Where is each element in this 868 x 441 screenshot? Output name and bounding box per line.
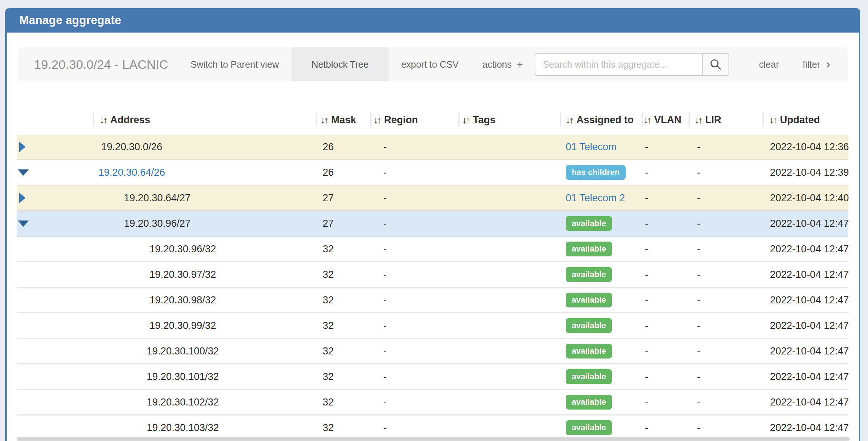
mask-cell: 32: [323, 237, 334, 261]
assigned-cell: available: [566, 364, 612, 389]
column-header-address[interactable]: ↓↑Address: [100, 110, 150, 129]
lir-cell: -: [697, 288, 700, 312]
assigned-cell: available: [566, 211, 612, 236]
column-header-mask[interactable]: ↓↑Mask: [320, 110, 356, 129]
switch-parent-view-button[interactable]: Switch to Parent view: [179, 59, 291, 70]
assigned-link[interactable]: 01 Telecom: [566, 141, 617, 153]
address-text: 19.20.30.64/27: [124, 192, 191, 204]
netblock-table: ↓↑Address↓↑Mask↓↑Region↓↑Tags↓↑Assigned …: [17, 110, 848, 441]
updated-cell: 2022-10-04 12:39: [770, 160, 849, 185]
address-cell: 19.20.30.96/32: [41, 237, 222, 261]
region-cell: -: [383, 211, 387, 236]
updated-cell: 2022-10-04 12:47: [770, 237, 849, 261]
table-row: 19.20.30.98/3232---2022-10-04 12:47avail…: [17, 288, 848, 313]
search-button[interactable]: [702, 53, 729, 76]
tab-netblock-tree[interactable]: Netblock Tree: [291, 47, 389, 81]
header-separator: [370, 112, 371, 127]
lir-cell: -: [697, 339, 700, 363]
column-label: Updated: [780, 114, 820, 126]
address-text: 19.20.30.96/32: [149, 243, 216, 255]
region-cell: -: [383, 160, 387, 185]
filter-button[interactable]: filter›: [791, 58, 842, 71]
column-header-vlan[interactable]: ↓↑VLAN: [643, 110, 682, 129]
column-header-updated[interactable]: ↓↑Updated: [769, 110, 820, 129]
table-row: 19.20.30.64/2626---2022-10-04 12:39has c…: [17, 160, 848, 186]
updated-cell: 2022-10-04 12:47: [770, 415, 849, 440]
region-cell: -: [383, 364, 387, 389]
assigned-cell: available: [566, 415, 612, 440]
address-text: 19.20.30.96/27: [124, 218, 191, 229]
plus-icon: +: [517, 58, 523, 70]
sort-icon: ↓↑: [643, 115, 650, 125]
sort-icon: ↓↑: [100, 115, 107, 125]
vlan-cell: -: [645, 135, 648, 159]
expand-toggle-icon[interactable]: [19, 193, 26, 203]
column-label: Assigned to: [576, 114, 634, 126]
column-label: Mask: [331, 114, 356, 126]
toggle-cell: [18, 364, 41, 389]
table-row: 19.20.30.64/2727---2022-10-04 12:4001 Te…: [17, 186, 848, 211]
status-badge: available: [566, 293, 612, 307]
vlan-cell: -: [645, 262, 648, 287]
column-header-region[interactable]: ↓↑Region: [373, 110, 418, 129]
lir-cell: -: [697, 415, 700, 440]
region-cell: -: [383, 288, 387, 312]
collapse-toggle-icon[interactable]: [18, 169, 29, 176]
chevron-right-icon: ›: [826, 57, 830, 70]
status-badge: has children: [566, 165, 626, 180]
lir-cell: -: [697, 390, 700, 414]
expand-toggle-icon[interactable]: [19, 142, 26, 152]
address-cell: 19.20.30.97/32: [41, 262, 222, 287]
header-separator: [642, 112, 643, 127]
column-label: Address: [110, 114, 150, 126]
table-rows: 19.20.30.0/2626---2022-10-04 12:3601 Tel…: [17, 135, 848, 441]
search-input[interactable]: [535, 53, 702, 76]
updated-cell: 2022-10-04 12:47: [770, 211, 849, 236]
vlan-cell: -: [645, 390, 648, 414]
table-header: ↓↑Address↓↑Mask↓↑Region↓↑Tags↓↑Assigned …: [17, 110, 848, 129]
column-header-tags[interactable]: ↓↑Tags: [462, 110, 495, 129]
updated-cell: 2022-10-04 12:47: [770, 262, 849, 287]
clear-button[interactable]: clear: [747, 59, 791, 70]
assigned-link[interactable]: 01 Telecom 2: [566, 192, 625, 204]
lir-cell: -: [697, 364, 700, 389]
panel-header: Manage aggregate: [7, 8, 859, 33]
column-header-assigned[interactable]: ↓↑Assigned to: [566, 110, 634, 129]
vlan-cell: -: [645, 313, 648, 338]
assigned-cell: available: [566, 288, 612, 312]
region-cell: -: [383, 415, 387, 440]
address-cell: 19.20.30.98/32: [41, 288, 222, 312]
address-text: 19.20.30.101/32: [147, 371, 219, 383]
status-badge: available: [566, 318, 612, 333]
address-text[interactable]: 19.20.30.64/26: [98, 167, 165, 178]
status-badge: available: [566, 344, 612, 358]
filter-label: filter: [803, 59, 820, 70]
toggle-cell: [18, 237, 41, 261]
updated-cell: 2022-10-04 12:47: [770, 364, 849, 389]
header-separator: [689, 112, 690, 127]
vlan-cell: -: [645, 288, 648, 312]
toggle-cell: [18, 160, 41, 185]
region-cell: -: [383, 339, 387, 363]
horizontal-scrollbar[interactable]: [17, 437, 850, 441]
toggle-cell: [18, 211, 41, 236]
vlan-cell: -: [645, 160, 648, 185]
region-cell: -: [383, 237, 387, 261]
search-group: [535, 53, 729, 76]
header-separator: [458, 112, 460, 127]
column-label: LIR: [705, 114, 721, 126]
assigned-cell: available: [566, 262, 612, 287]
table-row: 19.20.30.99/3232---2022-10-04 12:47avail…: [17, 313, 848, 339]
region-cell: -: [383, 313, 387, 338]
toggle-cell: [18, 262, 41, 287]
toggle-cell: [18, 415, 41, 440]
collapse-toggle-icon[interactable]: [18, 220, 29, 227]
aggregate-label: 19.20.30.0/24 - LACNIC: [34, 57, 168, 72]
lir-cell: -: [697, 186, 700, 210]
column-header-lir[interactable]: ↓↑LIR: [694, 110, 721, 129]
updated-cell: 2022-10-04 12:47: [770, 313, 849, 338]
actions-menu-button[interactable]: actions+: [471, 58, 535, 70]
export-csv-button[interactable]: export to CSV: [389, 59, 471, 70]
table-row: 19.20.30.101/3232---2022-10-04 12:47avai…: [17, 364, 848, 390]
status-badge: available: [566, 420, 612, 435]
